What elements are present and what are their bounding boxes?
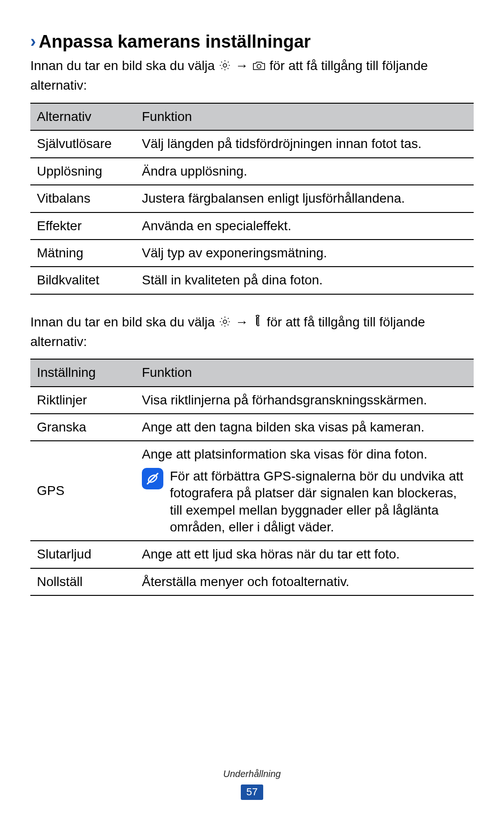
fn: Ändra upplösning. <box>135 158 474 185</box>
options-table-1: Alternativ Funktion SjälvutlösareVälj lä… <box>30 103 474 295</box>
note-text: För att förbättra GPS-signalerna bör du … <box>170 468 467 536</box>
table-row: SjälvutlösareVälj längden på tidsfördröj… <box>30 130 474 157</box>
fn: Välj typ av exponeringsmätning. <box>135 240 474 267</box>
intro-paragraph-1: Innan du tar en bild ska du välja → för … <box>30 57 474 94</box>
gear-icon <box>218 59 231 77</box>
table-row: RiktlinjerVisa riktlinjerna på förhandsg… <box>30 387 474 414</box>
intro1-a: Innan du tar en bild ska du välja <box>30 58 218 73</box>
svg-point-0 <box>223 64 226 67</box>
table-row: GPS Ange att platsinformation ska visas … <box>30 441 474 541</box>
t2-head-b: Funktion <box>135 359 474 386</box>
intro1-b: → <box>235 58 252 73</box>
heading-text: Anpassa kamerans inställningar <box>39 30 311 53</box>
fn: Välj längden på tidsfördröjningen innan … <box>135 130 474 157</box>
table-row: UpplösningÄndra upplösning. <box>30 158 474 185</box>
intro2-a: Innan du tar en bild ska du välja <box>30 315 218 329</box>
opt: Slutarljud <box>30 541 135 568</box>
table-row: BildkvalitetStäll in kvaliteten på dina … <box>30 267 474 294</box>
note-icon <box>142 468 163 489</box>
fn: Ställ in kvaliteten på dina foton. <box>135 267 474 294</box>
table-row: MätningVälj typ av exponeringsmätning. <box>30 240 474 267</box>
table-row: EffekterAnvända en specialeffekt. <box>30 212 474 240</box>
opt: Nollställ <box>30 568 135 595</box>
footer-label: Underhållning <box>0 768 504 780</box>
fn: Justera färgbalansen enligt ljusförhålla… <box>135 185 474 212</box>
opt: GPS <box>30 441 135 541</box>
fn: Visa riktlinjerna på förhandsgransknings… <box>135 387 474 414</box>
opt: Granska <box>30 414 135 441</box>
camera-icon <box>252 59 266 77</box>
gps-fn-text: Ange att platsinformation ska visas för … <box>142 447 427 461</box>
fn-gps: Ange att platsinformation ska visas för … <box>135 441 474 541</box>
intro2-b: → <box>235 315 252 329</box>
svg-point-2 <box>223 320 226 323</box>
page-footer: Underhållning 57 <box>0 768 504 800</box>
opt: Mätning <box>30 240 135 267</box>
fn: Återställa menyer och fotoalternativ. <box>135 568 474 595</box>
fn: Ange att den tagna bilden ska visas på k… <box>135 414 474 441</box>
chevron-icon: › <box>30 31 36 53</box>
table-row: SlutarljudAnge att ett ljud ska höras nä… <box>30 541 474 568</box>
options-table-2: Inställning Funktion RiktlinjerVisa rikt… <box>30 359 474 596</box>
opt: Effekter <box>30 212 135 240</box>
t1-head-a: Alternativ <box>30 103 135 130</box>
opt: Riktlinjer <box>30 387 135 414</box>
fn: Använda en specialeffekt. <box>135 212 474 240</box>
section-heading: › Anpassa kamerans inställningar <box>30 30 474 53</box>
wrench-icon <box>252 314 263 333</box>
t1-head-b: Funktion <box>135 103 474 130</box>
opt: Bildkvalitet <box>30 267 135 294</box>
note-box: För att förbättra GPS-signalerna bör du … <box>142 468 467 536</box>
table-row: NollställÅterställa menyer och fotoalter… <box>30 568 474 595</box>
table-row: VitbalansJustera färgbalansen enligt lju… <box>30 185 474 212</box>
opt: Vitbalans <box>30 185 135 212</box>
page-number: 57 <box>241 785 263 800</box>
opt: Självutlösare <box>30 130 135 157</box>
gear-icon <box>218 315 231 333</box>
table-row: GranskaAnge att den tagna bilden ska vis… <box>30 414 474 441</box>
t2-head-a: Inställning <box>30 359 135 386</box>
svg-point-1 <box>257 64 261 68</box>
opt: Upplösning <box>30 158 135 185</box>
fn: Ange att ett ljud ska höras när du tar e… <box>135 541 474 568</box>
intro-paragraph-2: Innan du tar en bild ska du välja → för … <box>30 313 474 351</box>
